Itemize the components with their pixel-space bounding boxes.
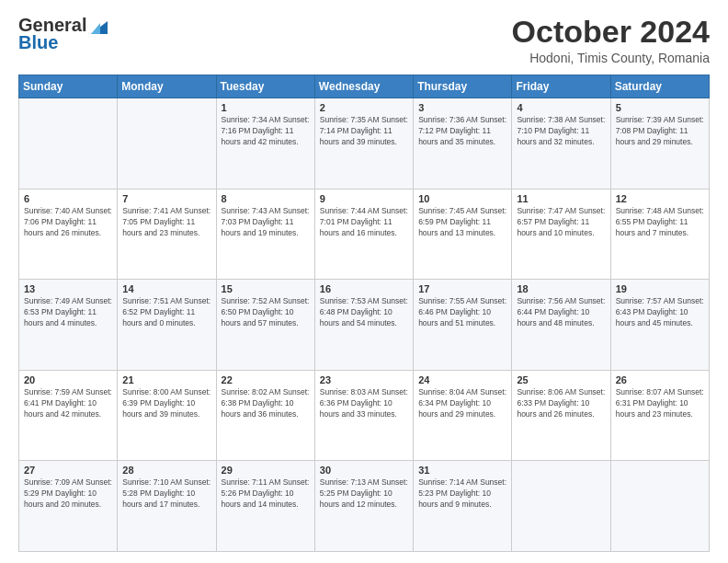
- calendar-cell: 31Sunrise: 7:14 AM Sunset: 5:23 PM Dayli…: [414, 461, 512, 552]
- calendar-week-1: 1Sunrise: 7:34 AM Sunset: 7:16 PM Daylig…: [19, 98, 710, 190]
- day-info: Sunrise: 7:57 AM Sunset: 6:43 PM Dayligh…: [616, 296, 704, 329]
- day-number: 19: [616, 283, 704, 294]
- calendar-cell: 18Sunrise: 7:56 AM Sunset: 6:44 PM Dayli…: [512, 280, 610, 371]
- calendar-cell: 2Sunrise: 7:35 AM Sunset: 7:14 PM Daylig…: [314, 98, 413, 190]
- day-info: Sunrise: 8:02 AM Sunset: 6:38 PM Dayligh…: [222, 387, 310, 420]
- calendar-cell: 4Sunrise: 7:38 AM Sunset: 7:10 PM Daylig…: [512, 98, 610, 190]
- day-number: 2: [320, 102, 408, 113]
- day-info: Sunrise: 8:07 AM Sunset: 6:31 PM Dayligh…: [616, 387, 704, 420]
- day-number: 11: [517, 193, 605, 204]
- calendar-cell: 15Sunrise: 7:52 AM Sunset: 6:50 PM Dayli…: [216, 280, 314, 371]
- day-info: Sunrise: 7:52 AM Sunset: 6:50 PM Dayligh…: [222, 296, 310, 329]
- calendar-cell: 6Sunrise: 7:40 AM Sunset: 7:06 PM Daylig…: [19, 189, 118, 280]
- month-title: October 2024: [512, 15, 710, 49]
- column-header-saturday: Saturday: [610, 75, 709, 98]
- day-info: Sunrise: 7:10 AM Sunset: 5:28 PM Dayligh…: [122, 477, 210, 511]
- column-header-monday: Monday: [118, 75, 216, 98]
- day-info: Sunrise: 7:51 AM Sunset: 6:52 PM Dayligh…: [122, 296, 210, 329]
- calendar-cell: 28Sunrise: 7:10 AM Sunset: 5:28 PM Dayli…: [118, 461, 216, 552]
- calendar-week-4: 20Sunrise: 7:59 AM Sunset: 6:41 PM Dayli…: [19, 370, 710, 461]
- column-header-wednesday: Wednesday: [314, 75, 413, 98]
- day-info: Sunrise: 7:40 AM Sunset: 7:06 PM Dayligh…: [24, 206, 112, 239]
- day-info: Sunrise: 7:14 AM Sunset: 5:23 PM Dayligh…: [418, 477, 506, 511]
- day-info: Sunrise: 7:34 AM Sunset: 7:16 PM Dayligh…: [222, 115, 310, 148]
- calendar-week-2: 6Sunrise: 7:40 AM Sunset: 7:06 PM Daylig…: [19, 189, 710, 280]
- calendar-cell: 17Sunrise: 7:55 AM Sunset: 6:46 PM Dayli…: [414, 280, 512, 371]
- calendar-cell: 10Sunrise: 7:45 AM Sunset: 6:59 PM Dayli…: [414, 189, 512, 280]
- calendar-cell: 12Sunrise: 7:48 AM Sunset: 6:55 PM Dayli…: [610, 189, 709, 280]
- calendar-cell: 24Sunrise: 8:04 AM Sunset: 6:34 PM Dayli…: [414, 370, 512, 461]
- day-number: 10: [418, 193, 506, 204]
- day-info: Sunrise: 7:47 AM Sunset: 6:57 PM Dayligh…: [517, 206, 605, 239]
- calendar-cell: 19Sunrise: 7:57 AM Sunset: 6:43 PM Dayli…: [610, 280, 709, 371]
- day-number: 1: [222, 102, 310, 113]
- day-info: Sunrise: 8:06 AM Sunset: 6:33 PM Dayligh…: [517, 387, 605, 420]
- day-number: 28: [122, 465, 210, 476]
- calendar-cell: 11Sunrise: 7:47 AM Sunset: 6:57 PM Dayli…: [512, 189, 610, 280]
- page: General Blue October 2024 Hodoni, Timis …: [0, 0, 728, 563]
- day-number: 31: [418, 465, 506, 476]
- day-number: 27: [24, 465, 112, 476]
- day-info: Sunrise: 7:48 AM Sunset: 6:55 PM Dayligh…: [616, 206, 704, 239]
- day-info: Sunrise: 7:36 AM Sunset: 7:12 PM Dayligh…: [418, 115, 506, 148]
- calendar-cell: 1Sunrise: 7:34 AM Sunset: 7:16 PM Daylig…: [216, 98, 314, 190]
- day-number: 25: [517, 374, 605, 385]
- calendar-cell: [19, 98, 118, 190]
- day-number: 13: [24, 283, 112, 294]
- day-number: 5: [616, 102, 704, 113]
- calendar-cell: 9Sunrise: 7:44 AM Sunset: 7:01 PM Daylig…: [314, 189, 413, 280]
- day-info: Sunrise: 7:09 AM Sunset: 5:29 PM Dayligh…: [24, 477, 112, 511]
- header: General Blue October 2024 Hodoni, Timis …: [18, 15, 710, 65]
- day-number: 18: [517, 283, 605, 294]
- day-number: 24: [418, 374, 506, 385]
- calendar-cell: 3Sunrise: 7:36 AM Sunset: 7:12 PM Daylig…: [414, 98, 512, 190]
- calendar-header-row: SundayMondayTuesdayWednesdayThursdayFrid…: [19, 75, 710, 98]
- day-number: 23: [320, 374, 408, 385]
- day-number: 17: [418, 283, 506, 294]
- day-number: 14: [122, 283, 210, 294]
- day-info: Sunrise: 7:41 AM Sunset: 7:05 PM Dayligh…: [122, 206, 210, 239]
- calendar-cell: [118, 98, 216, 190]
- calendar-cell: 25Sunrise: 8:06 AM Sunset: 6:33 PM Dayli…: [512, 370, 610, 461]
- day-info: Sunrise: 7:11 AM Sunset: 5:26 PM Dayligh…: [222, 477, 310, 511]
- day-number: 29: [222, 465, 310, 476]
- day-number: 30: [320, 465, 408, 476]
- calendar-cell: 23Sunrise: 8:03 AM Sunset: 6:36 PM Dayli…: [314, 370, 413, 461]
- calendar-cell: 5Sunrise: 7:39 AM Sunset: 7:08 PM Daylig…: [610, 98, 709, 190]
- calendar-cell: 27Sunrise: 7:09 AM Sunset: 5:29 PM Dayli…: [19, 461, 118, 552]
- calendar-cell: 22Sunrise: 8:02 AM Sunset: 6:38 PM Dayli…: [216, 370, 314, 461]
- calendar-cell: 21Sunrise: 8:00 AM Sunset: 6:39 PM Dayli…: [118, 370, 216, 461]
- day-number: 22: [222, 374, 310, 385]
- day-info: Sunrise: 7:43 AM Sunset: 7:03 PM Dayligh…: [222, 206, 310, 239]
- logo-icon: [87, 17, 108, 34]
- calendar-cell: [512, 461, 610, 552]
- calendar-cell: 16Sunrise: 7:53 AM Sunset: 6:48 PM Dayli…: [314, 280, 413, 371]
- calendar-cell: 8Sunrise: 7:43 AM Sunset: 7:03 PM Daylig…: [216, 189, 314, 280]
- calendar-cell: 13Sunrise: 7:49 AM Sunset: 6:53 PM Dayli…: [19, 280, 118, 371]
- day-info: Sunrise: 8:00 AM Sunset: 6:39 PM Dayligh…: [122, 387, 210, 420]
- calendar-cell: 29Sunrise: 7:11 AM Sunset: 5:26 PM Dayli…: [216, 461, 314, 552]
- day-info: Sunrise: 7:38 AM Sunset: 7:10 PM Dayligh…: [517, 115, 605, 148]
- day-info: Sunrise: 7:53 AM Sunset: 6:48 PM Dayligh…: [320, 296, 408, 329]
- day-number: 8: [222, 193, 310, 204]
- day-number: 20: [24, 374, 112, 385]
- calendar-cell: 14Sunrise: 7:51 AM Sunset: 6:52 PM Dayli…: [118, 280, 216, 371]
- day-number: 6: [24, 193, 112, 204]
- calendar-cell: 20Sunrise: 7:59 AM Sunset: 6:41 PM Dayli…: [19, 370, 118, 461]
- column-header-thursday: Thursday: [414, 75, 512, 98]
- location-subtitle: Hodoni, Timis County, Romania: [512, 51, 710, 65]
- column-header-tuesday: Tuesday: [216, 75, 314, 98]
- day-number: 7: [122, 193, 210, 204]
- day-info: Sunrise: 7:44 AM Sunset: 7:01 PM Dayligh…: [320, 206, 408, 239]
- day-info: Sunrise: 7:35 AM Sunset: 7:14 PM Dayligh…: [320, 115, 408, 148]
- calendar-cell: 7Sunrise: 7:41 AM Sunset: 7:05 PM Daylig…: [118, 189, 216, 280]
- day-number: 12: [616, 193, 704, 204]
- day-info: Sunrise: 7:39 AM Sunset: 7:08 PM Dayligh…: [616, 115, 704, 148]
- day-info: Sunrise: 8:04 AM Sunset: 6:34 PM Dayligh…: [418, 387, 506, 420]
- day-number: 3: [418, 102, 506, 113]
- logo: General Blue: [18, 15, 108, 53]
- calendar-week-5: 27Sunrise: 7:09 AM Sunset: 5:29 PM Dayli…: [19, 461, 710, 552]
- day-info: Sunrise: 8:03 AM Sunset: 6:36 PM Dayligh…: [320, 387, 408, 420]
- day-info: Sunrise: 7:59 AM Sunset: 6:41 PM Dayligh…: [24, 387, 112, 420]
- day-info: Sunrise: 7:55 AM Sunset: 6:46 PM Dayligh…: [418, 296, 506, 329]
